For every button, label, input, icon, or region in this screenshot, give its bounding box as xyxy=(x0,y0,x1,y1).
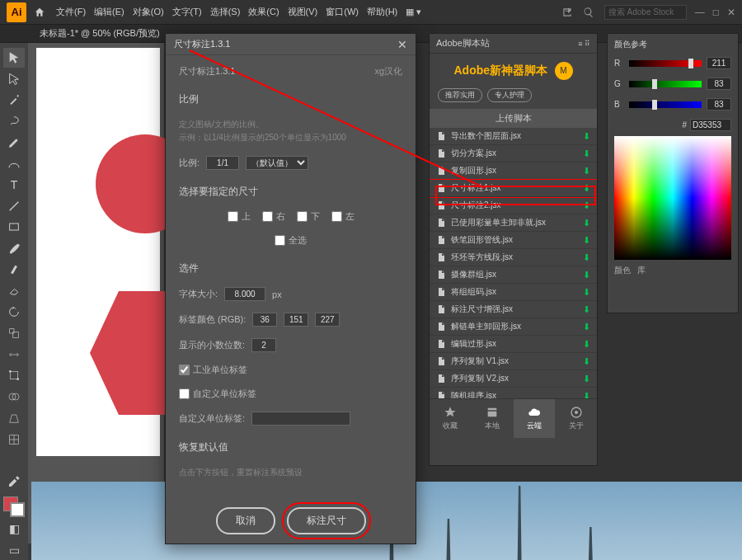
nav-local[interactable]: 本地 xyxy=(472,399,514,438)
color-spectrum[interactable] xyxy=(614,136,731,260)
script-item[interactable]: 切分方案.jsx⬇ xyxy=(430,145,597,162)
script-item[interactable]: 复制回形.jsx⬇ xyxy=(430,162,597,180)
rotate-tool[interactable] xyxy=(3,302,25,322)
magic-wand-tool[interactable] xyxy=(3,90,25,110)
cb-left[interactable]: 左 xyxy=(331,210,355,223)
ratio-input[interactable] xyxy=(206,156,239,170)
script-item[interactable]: 已使用彩量单主卸非就.jsx⬇ xyxy=(430,214,597,232)
download-icon[interactable]: ⬇ xyxy=(583,183,590,194)
cb-all[interactable]: 全选 xyxy=(275,234,307,247)
tab-expert[interactable]: 专人护理 xyxy=(487,88,532,102)
cb-right[interactable]: 右 xyxy=(262,210,285,223)
download-icon[interactable]: ⬇ xyxy=(583,339,590,350)
menu-extra-icon[interactable]: ▦ ▾ xyxy=(406,7,421,17)
r-value[interactable]: 211 xyxy=(707,57,731,69)
script-item[interactable]: 摄像群组.jsx⬇ xyxy=(430,266,597,284)
minimize-button[interactable]: — xyxy=(695,7,705,18)
script-item[interactable]: 导出数个图层面.jsx⬇ xyxy=(430,128,597,145)
download-icon[interactable]: ⬇ xyxy=(583,218,590,228)
download-icon[interactable]: ⬇ xyxy=(583,391,590,399)
download-icon[interactable]: ⬇ xyxy=(583,200,590,211)
script-list[interactable]: 导出数个图层面.jsx⬇切分方案.jsx⬇复制回形.jsx⬇尺寸标注1.jsx⬇… xyxy=(430,128,597,398)
menu-type[interactable]: 文字(T) xyxy=(172,6,202,18)
curvature-tool[interactable] xyxy=(3,154,25,174)
type-tool[interactable]: T xyxy=(3,175,25,195)
apply-button[interactable]: 标注尺寸 xyxy=(287,507,366,534)
mesh-tool[interactable] xyxy=(3,430,25,449)
download-icon[interactable]: ⬇ xyxy=(583,270,590,280)
download-icon[interactable]: ⬇ xyxy=(583,287,590,298)
decimal-input[interactable] xyxy=(251,338,276,352)
ratio-default-select[interactable]: （默认值） xyxy=(246,156,308,170)
artboard[interactable] xyxy=(36,48,160,456)
line-tool[interactable] xyxy=(3,196,25,216)
font-size-input[interactable] xyxy=(224,287,265,301)
b-slider[interactable] xyxy=(629,101,702,108)
eyedropper-tool[interactable] xyxy=(3,472,25,492)
selection-tool[interactable] xyxy=(3,48,25,68)
r-slider[interactable] xyxy=(629,60,702,67)
script-item[interactable]: 坯坯等方线段.jsx⬇ xyxy=(430,249,597,266)
menu-object[interactable]: 对象(O) xyxy=(133,6,164,18)
lasso-tool[interactable] xyxy=(3,111,25,131)
download-icon[interactable]: ⬇ xyxy=(583,131,590,142)
pen-tool[interactable] xyxy=(3,133,25,153)
download-icon[interactable]: ⬇ xyxy=(583,322,590,332)
screen-mode-icon[interactable]: ▭ xyxy=(3,540,25,560)
rectangle-tool[interactable] xyxy=(3,218,25,238)
menu-file[interactable]: 文件(F) xyxy=(56,6,86,18)
menu-help[interactable]: 帮助(H) xyxy=(367,6,397,18)
color-panel-tab[interactable]: 颜色参考 xyxy=(614,39,731,50)
menu-edit[interactable]: 编辑(E) xyxy=(94,6,124,18)
shape-builder-tool[interactable] xyxy=(3,387,25,407)
scale-tool[interactable] xyxy=(3,323,25,343)
g-slider[interactable] xyxy=(629,81,702,87)
menu-select[interactable]: 选择(S) xyxy=(210,6,241,18)
swatch-tab-library[interactable]: 库 xyxy=(637,265,646,276)
g-value[interactable]: 83 xyxy=(707,78,731,90)
script-item[interactable]: 随机排序.jsx⬇ xyxy=(430,388,597,398)
script-item[interactable]: 铁笔回形管线.jsx⬇ xyxy=(430,232,597,249)
tab-featured[interactable]: 推荐实用 xyxy=(438,88,482,102)
draw-mode-icon[interactable]: ◧ xyxy=(3,519,25,539)
direct-selection-tool[interactable] xyxy=(3,69,25,89)
script-item[interactable]: 编辑过形.jsx⬇ xyxy=(430,336,597,353)
dialog-link[interactable]: xg汉化 xyxy=(374,65,402,78)
eraser-tool[interactable] xyxy=(3,281,25,301)
cb-bottom[interactable]: 下 xyxy=(297,210,320,223)
cancel-button[interactable]: 取消 xyxy=(216,507,275,534)
search-icon[interactable] xyxy=(583,7,594,18)
nav-cloud[interactable]: 云端 xyxy=(514,399,556,438)
color-b-input[interactable] xyxy=(315,313,340,327)
share-icon[interactable] xyxy=(561,7,573,18)
script-item[interactable]: 序列复制 V1.jsx⬇ xyxy=(430,353,597,370)
menu-window[interactable]: 窗口(W) xyxy=(326,6,359,18)
color-swatch[interactable] xyxy=(3,496,25,518)
custom-unit-input[interactable] xyxy=(251,412,350,426)
free-transform-tool[interactable] xyxy=(3,366,25,386)
download-icon[interactable]: ⬇ xyxy=(583,252,590,263)
script-item[interactable]: 解链单主卸回形.jsx⬇ xyxy=(430,318,597,336)
home-icon[interactable] xyxy=(31,4,48,21)
nav-favorite[interactable]: 收藏 xyxy=(430,399,472,438)
gradient-tool[interactable] xyxy=(3,450,25,470)
menu-effect[interactable]: 效果(C) xyxy=(248,6,279,18)
download-icon[interactable]: ⬇ xyxy=(583,166,590,176)
download-icon[interactable]: ⬇ xyxy=(583,304,590,315)
shaper-tool[interactable] xyxy=(3,260,25,280)
search-input[interactable]: 搜索 Adobe Stock xyxy=(604,5,687,20)
width-tool[interactable] xyxy=(3,345,25,365)
b-value[interactable]: 83 xyxy=(707,98,731,111)
cb-top[interactable]: 上 xyxy=(228,210,251,223)
script-item[interactable]: 序列复制 V2.jsx⬇ xyxy=(430,370,597,388)
script-item[interactable]: 将组组码.jsx⬇ xyxy=(430,284,597,301)
dialog-close-icon[interactable]: ✕ xyxy=(397,38,407,51)
close-button[interactable]: ✕ xyxy=(727,7,735,18)
color-r-input[interactable] xyxy=(252,313,277,327)
maximize-button[interactable]: □ xyxy=(713,7,719,18)
script-item[interactable]: 尺寸标注1.jsx⬇ xyxy=(430,180,597,197)
paintbrush-tool[interactable] xyxy=(3,238,25,258)
download-icon[interactable]: ⬇ xyxy=(583,148,590,159)
script-item[interactable]: 尺寸标注2.jsx⬇ xyxy=(430,197,597,214)
script-item[interactable]: 标注尺寸增强.jsx⬇ xyxy=(430,301,597,318)
